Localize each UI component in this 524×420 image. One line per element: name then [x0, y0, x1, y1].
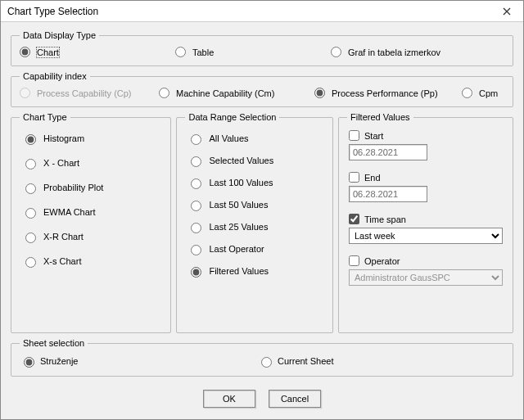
radio-xs-chart-label: X-s Chart	[43, 256, 81, 266]
radio-cm-input[interactable]	[159, 88, 169, 98]
data-range-list: All Values Selected Values Last 100 Valu…	[185, 129, 324, 281]
check-start-row: Start	[349, 130, 503, 141]
radio-struzenje-input[interactable]	[24, 357, 34, 368]
radio-probability-plot-input[interactable]	[25, 183, 36, 194]
legend-filtered-values: Filtered Values	[347, 112, 413, 122]
radio-last-50-input[interactable]	[191, 201, 201, 211]
radio-selected-values[interactable]: Selected Values	[187, 154, 323, 167]
group-data-range: Data Range Selection All Values Selected…	[176, 112, 333, 333]
legend-chart-type: Chart Type	[20, 112, 70, 122]
radio-xs-chart[interactable]: X-s Chart	[21, 255, 160, 268]
dialog-window: Chart Type Selection Data Display Type C…	[0, 0, 524, 420]
check-end[interactable]	[349, 172, 359, 183]
radio-xr-chart[interactable]: X-R Chart	[21, 230, 160, 243]
radio-last-100-label: Last 100 Values	[209, 178, 273, 187]
radio-cp: Process Capability (Cp)	[20, 88, 159, 98]
radio-chart-label: Chart	[37, 47, 59, 57]
legend-capability-index: Capability index	[20, 71, 90, 81]
select-operator[interactable]: Administrator GausSPC	[349, 269, 503, 286]
button-row: OK Cancel	[11, 382, 513, 413]
radio-filtered-values[interactable]: Filtered Values	[187, 264, 323, 278]
radio-xr-chart-label: X-R Chart	[43, 232, 84, 242]
radio-last-operator-input[interactable]	[191, 245, 201, 255]
radio-cpm-label: Cpm	[479, 88, 498, 98]
radio-xr-chart-input[interactable]	[25, 233, 36, 243]
check-timespan-row: Time span	[349, 214, 503, 224]
window-title: Chart Type Selection	[7, 6, 98, 17]
close-button[interactable]	[494, 3, 520, 20]
radio-struzenje-label: Struženje	[40, 356, 78, 366]
radio-current-sheet-input[interactable]	[261, 357, 272, 368]
legend-data-range: Data Range Selection	[185, 112, 279, 122]
radio-last-operator[interactable]: Last Operator	[187, 242, 323, 255]
row-sheet-selection: Struženje Current Sheet	[20, 355, 504, 368]
filtered-controls: Start End Time span Last	[347, 129, 504, 287]
radio-struzenje[interactable]: Struženje	[20, 355, 257, 368]
radio-table[interactable]: Table	[175, 47, 331, 57]
radio-pp[interactable]: Process Performance (Pp)	[314, 88, 462, 98]
radio-ewma-chart[interactable]: EWMA Chart	[21, 205, 160, 219]
check-operator-label: Operator	[364, 256, 400, 266]
radio-probability-plot-label: Probability Plot	[43, 183, 103, 192]
radio-x-chart[interactable]: X - Chart	[21, 156, 160, 169]
check-operator[interactable]	[349, 255, 359, 266]
radio-last-100-input[interactable]	[191, 178, 201, 189]
radio-pp-input[interactable]	[314, 88, 325, 98]
radio-xs-chart-input[interactable]	[25, 257, 36, 268]
radio-cm[interactable]: Machine Capability (Cm)	[159, 88, 314, 98]
radio-selected-values-input[interactable]	[191, 156, 201, 167]
group-capability-index: Capability index Process Capability (Cp)…	[11, 71, 513, 107]
radio-last-25[interactable]: Last 25 Values	[187, 220, 323, 233]
select-timespan[interactable]: Last week	[349, 228, 503, 244]
radio-last-100[interactable]: Last 100 Values	[187, 176, 323, 189]
radio-last-50[interactable]: Last 50 Values	[187, 198, 323, 211]
cancel-button[interactable]: Cancel	[269, 390, 321, 408]
radio-last-50-label: Last 50 Values	[209, 200, 268, 210]
chart-type-list: Histogram X - Chart Probability Plot EWM…	[20, 129, 162, 271]
check-end-row: End	[349, 172, 503, 183]
radio-current-sheet[interactable]: Current Sheet	[257, 355, 333, 368]
radio-graf-tabela-label: Graf in tabela izmerkov	[348, 47, 440, 57]
radio-x-chart-input[interactable]	[25, 159, 36, 169]
radio-cpm[interactable]: Cpm	[462, 88, 498, 98]
input-start-date[interactable]	[349, 144, 427, 160]
radio-ewma-chart-input[interactable]	[25, 208, 36, 219]
radio-selected-values-label: Selected Values	[209, 156, 273, 165]
radio-cp-input	[20, 88, 30, 98]
input-end-date[interactable]	[349, 186, 427, 202]
radio-pp-label: Process Performance (Pp)	[332, 88, 438, 98]
check-timespan[interactable]	[349, 214, 359, 224]
radio-histogram-input[interactable]	[25, 134, 36, 145]
radio-filtered-values-label: Filtered Values	[209, 266, 269, 276]
mid-row: Chart Type Histogram X - Chart Probabili…	[11, 112, 513, 333]
radio-last-25-input[interactable]	[191, 223, 201, 233]
row-data-display-type: Chart Table Graf in tabela izmerkov	[20, 47, 504, 57]
radio-histogram[interactable]: Histogram	[21, 132, 160, 145]
radio-cp-label: Process Capability (Cp)	[37, 88, 132, 98]
group-filtered-values: Filtered Values Start End	[338, 112, 513, 333]
radio-graf-tabela[interactable]: Graf in tabela izmerkov	[331, 47, 440, 57]
titlebar: Chart Type Selection	[1, 1, 523, 22]
radio-filtered-values-input[interactable]	[191, 267, 201, 278]
radio-graf-tabela-input[interactable]	[331, 47, 341, 57]
radio-table-input[interactable]	[175, 47, 186, 57]
check-operator-row: Operator	[349, 255, 503, 266]
radio-chart[interactable]: Chart	[20, 47, 175, 57]
radio-chart-input[interactable]	[20, 47, 30, 57]
radio-last-operator-label: Last Operator	[209, 244, 264, 254]
radio-table-label: Table	[192, 47, 214, 57]
group-chart-type: Chart Type Histogram X - Chart Probabili…	[11, 112, 171, 333]
check-start[interactable]	[349, 130, 359, 141]
group-sheet-selection: Sheet selection Struženje Current Sheet	[11, 338, 513, 377]
group-data-display-type: Data Display Type Chart Table Graf in ta…	[11, 30, 513, 66]
legend-sheet-selection: Sheet selection	[20, 338, 88, 348]
radio-all-values-input[interactable]	[191, 134, 201, 145]
check-start-label: Start	[364, 131, 383, 141]
radio-cpm-input[interactable]	[462, 88, 472, 98]
radio-x-chart-label: X - Chart	[43, 158, 79, 168]
radio-probability-plot[interactable]: Probability Plot	[21, 181, 160, 194]
radio-all-values[interactable]: All Values	[187, 132, 323, 145]
row-capability-index: Process Capability (Cp) Machine Capabili…	[20, 88, 504, 98]
ok-button[interactable]: OK	[203, 390, 255, 408]
radio-current-sheet-label: Current Sheet	[278, 356, 333, 366]
